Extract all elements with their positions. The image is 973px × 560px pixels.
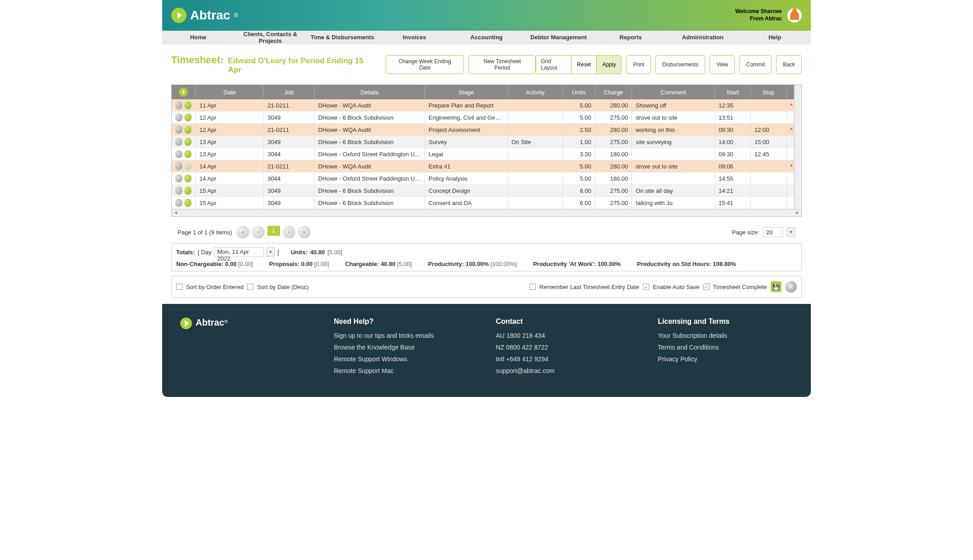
cell-activity[interactable] — [508, 160, 563, 173]
cell-comment[interactable]: talking with Jo — [632, 197, 715, 209]
commit-button[interactable]: Commit — [739, 55, 772, 74]
cell-job[interactable]: 21-0211 — [264, 160, 314, 173]
nav-item-8[interactable]: Help — [739, 31, 811, 43]
remember-date-checkbox[interactable] — [529, 284, 536, 290]
cell-units[interactable]: 2.50 — [563, 124, 595, 136]
table-row[interactable]: 14 Apr21-0211DHowe - WQA AuditExtra #15.… — [172, 160, 794, 173]
sort-order-checkbox[interactable] — [176, 284, 182, 290]
cell-charge[interactable]: 275.00 — [595, 112, 632, 124]
row-copy-icon[interactable] — [184, 199, 192, 207]
cell-charge[interactable]: 280.00 — [595, 124, 632, 136]
row-copy-icon[interactable] — [184, 174, 192, 182]
cell-job[interactable]: 3049 — [264, 112, 314, 124]
apply-button[interactable]: Apply — [596, 56, 621, 74]
page-last-button[interactable]: » — [298, 226, 311, 238]
cell-activity[interactable] — [508, 185, 563, 197]
row-copy-icon[interactable] — [184, 126, 192, 134]
cell-stage[interactable]: Project Assessment — [425, 124, 507, 136]
cell-stop[interactable] — [751, 173, 786, 185]
cell-charge[interactable]: 280.00 — [595, 99, 632, 112]
cell-stage[interactable]: Legal — [425, 148, 507, 160]
col-activity[interactable]: Activity — [508, 85, 563, 99]
sort-date-checkbox[interactable] — [247, 284, 253, 290]
cell-stop[interactable] — [751, 185, 786, 197]
col-stage[interactable]: Stage — [425, 85, 507, 99]
cell-comment[interactable]: site surveying — [632, 136, 715, 148]
nav-item-5[interactable]: Debtor Management — [523, 31, 595, 43]
cell-details[interactable]: DHowe - Oxford Street Paddington Urban .… — [314, 173, 425, 185]
cell-details[interactable]: DHowe - WQA Audit — [314, 99, 425, 112]
cell-charge[interactable]: 275.00 — [595, 185, 632, 197]
cell-stage[interactable]: Engineering, Civil and Geotech — [425, 112, 507, 124]
totals-day-dropdown[interactable]: ▼ — [267, 247, 275, 257]
cell-activity[interactable] — [508, 173, 563, 185]
cell-stop[interactable] — [751, 112, 786, 124]
cell-start[interactable]: 14:55 — [715, 173, 750, 185]
cell-date[interactable]: 13 Apr — [196, 136, 264, 148]
cell-start[interactable]: 09:06 — [715, 160, 750, 173]
row-copy-icon[interactable] — [184, 162, 192, 170]
view-button[interactable]: View — [710, 55, 735, 74]
horizontal-scrollbar[interactable] — [172, 209, 801, 216]
cell-job[interactable]: 3044 — [264, 148, 314, 160]
nav-item-1[interactable]: Clients, Contacts & Projects — [234, 28, 307, 47]
row-delete-icon[interactable] — [175, 187, 182, 195]
cell-units[interactable]: 3.30 — [563, 148, 595, 160]
nav-item-6[interactable]: Reports — [594, 31, 667, 43]
table-row[interactable]: 14 Apr3044DHowe - Oxford Street Paddingt… — [172, 173, 794, 185]
page-next-button[interactable]: › — [283, 226, 295, 238]
complete-checkbox[interactable] — [703, 284, 710, 290]
row-delete-icon[interactable] — [175, 150, 182, 158]
cell-stop[interactable] — [751, 99, 786, 112]
cell-start[interactable]: 12:35 — [715, 99, 750, 112]
row-delete-icon[interactable] — [175, 101, 182, 109]
vertical-scrollbar[interactable] — [794, 85, 801, 209]
cell-stage[interactable]: Concept Design — [425, 185, 507, 197]
cell-activity[interactable] — [508, 148, 563, 160]
table-row[interactable]: 12 Apr3049DHowe - 6 Block SubdivisionEng… — [172, 112, 794, 124]
table-row[interactable]: 15 Apr3049DHowe - 6 Block SubdivisionCon… — [172, 185, 794, 197]
page-size-dropdown[interactable]: ▼ — [786, 227, 795, 237]
close-icon[interactable]: ✕ — [785, 281, 797, 293]
cell-details[interactable]: DHowe - 6 Block Subdivision — [314, 136, 425, 148]
cell-units[interactable]: 5.00 — [563, 112, 595, 124]
cell-stop[interactable]: 12:00 — [751, 124, 786, 136]
cell-stage[interactable]: Survey — [425, 136, 507, 148]
cell-details[interactable]: DHowe - Oxford Street Paddington Urban .… — [314, 148, 425, 160]
disbursements-button[interactable]: Disbursements — [655, 55, 705, 74]
cell-charge[interactable]: 275.00 — [595, 136, 632, 148]
col-job[interactable]: Job — [264, 85, 314, 99]
nav-item-3[interactable]: Invoices — [379, 31, 451, 43]
cell-activity[interactable] — [508, 99, 563, 112]
row-delete-icon[interactable] — [175, 113, 182, 121]
row-delete-icon[interactable] — [175, 138, 182, 146]
save-icon[interactable]: 💾 — [771, 281, 781, 292]
cell-job[interactable]: 21-0211 — [264, 124, 314, 136]
cell-date[interactable]: 14 Apr — [196, 160, 264, 173]
cell-job[interactable]: 3049 — [264, 185, 314, 197]
cell-activity[interactable] — [508, 124, 563, 136]
cell-stage[interactable]: Extra #1 — [425, 160, 507, 173]
row-copy-icon[interactable] — [184, 187, 192, 195]
cell-stage[interactable]: Prepare Plan and Report — [425, 99, 507, 112]
cell-details[interactable]: DHowe - WQA Audit — [314, 160, 425, 173]
row-copy-icon[interactable] — [184, 150, 192, 158]
col-comment[interactable]: Comment — [632, 85, 715, 99]
footer-link[interactable]: Your Subscription details — [658, 332, 793, 339]
cell-activity[interactable] — [508, 112, 563, 124]
col-units[interactable]: Units — [563, 85, 595, 99]
cell-date[interactable]: 11 Apr — [196, 99, 264, 112]
footer-link[interactable]: Remote Support Windows — [334, 355, 469, 363]
col-date[interactable]: Date — [196, 85, 264, 99]
cell-date[interactable]: 15 Apr — [196, 185, 264, 197]
row-copy-icon[interactable] — [184, 101, 192, 109]
row-delete-icon[interactable] — [175, 162, 182, 170]
table-row[interactable]: 13 Apr3049DHowe - 6 Block SubdivisionSur… — [172, 136, 794, 148]
reset-button[interactable]: Reset — [571, 56, 596, 74]
cell-comment[interactable] — [632, 148, 715, 160]
cell-date[interactable]: 12 Apr — [196, 124, 264, 136]
col-start[interactable]: Start — [715, 85, 750, 99]
col-charge[interactable]: Charge — [595, 85, 632, 99]
user-avatar[interactable] — [787, 8, 802, 23]
row-delete-icon[interactable] — [175, 199, 182, 207]
